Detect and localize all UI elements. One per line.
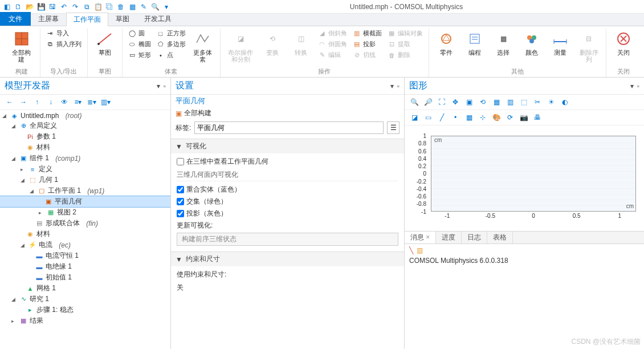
tree-view2[interactable]: ▸▦视图 2 xyxy=(0,207,170,218)
label-input[interactable] xyxy=(194,121,384,134)
tree-form-union[interactable]: ▤形成联合体 (fin) xyxy=(0,218,170,229)
zoom-sel-icon[interactable]: 🔍 xyxy=(150,2,160,11)
axes-icon[interactable]: ⊹ xyxy=(478,112,488,123)
tree-params[interactable]: Pi参数 1 xyxy=(0,131,170,142)
zoom-extents-icon[interactable]: ⛶ xyxy=(437,97,447,107)
bnd-sel-icon[interactable]: ▭ xyxy=(423,112,433,123)
polygon-button[interactable]: ⬠多边形 xyxy=(156,39,187,49)
save-icon[interactable]: 💾 xyxy=(36,2,46,11)
tree-current[interactable]: ◢⚡电流 (ec) xyxy=(0,240,170,250)
chk-coincident[interactable]: 重合实体（蓝色） xyxy=(177,185,398,194)
redo-icon[interactable]: ↷ xyxy=(71,2,80,11)
ellipse-button[interactable]: ⬭椭圆 xyxy=(127,39,152,49)
tab-messages[interactable]: 消息 × xyxy=(405,232,436,244)
zoom-in-icon[interactable]: 🔍 xyxy=(409,97,419,107)
pt-sel-icon[interactable]: • xyxy=(450,112,460,123)
graphics-canvas[interactable]: 1 0.8 0.6 0.4 0.2 0 -0.2 -0.4 -0.6 -0.8 … xyxy=(407,128,642,229)
delete-button[interactable]: 🗑删除 xyxy=(386,50,424,60)
graphics-menu-icon[interactable]: ▾ xyxy=(630,82,634,90)
pan-icon[interactable]: ✥ xyxy=(450,97,460,107)
undo-icon[interactable]: ↶ xyxy=(59,2,68,11)
tab-workplane[interactable]: 工作平面 xyxy=(66,13,108,26)
tree-plane-geom[interactable]: ▣平面几何 xyxy=(0,196,170,207)
parts-button[interactable]: 零件 xyxy=(434,29,459,57)
dup-icon[interactable]: ⿻ xyxy=(105,2,114,11)
lasso-icon[interactable]: ✎ xyxy=(139,2,148,11)
saveall-icon[interactable]: 🖫 xyxy=(48,2,57,11)
qat-dropdown-icon[interactable]: ▾ xyxy=(162,2,171,11)
section-constraints[interactable]: ▼约束和尺寸 xyxy=(171,252,404,266)
tree-wp[interactable]: ◢▢工作平面 1 (wp1) xyxy=(0,185,170,196)
edit-obj-button[interactable]: ▦编辑对象 xyxy=(386,29,424,38)
copy-icon[interactable]: ⧉ xyxy=(82,2,91,11)
insert-seq-button[interactable]: ⧉插入序列 xyxy=(45,39,83,49)
square-button[interactable]: □正方形 xyxy=(156,29,187,38)
view-xy-icon[interactable]: ▦ xyxy=(491,97,502,107)
more-prims-button[interactable]: 更多体素 xyxy=(190,29,215,64)
tree-ins[interactable]: ▬电绝缘 1 xyxy=(0,261,170,272)
sketch-button[interactable]: 草图 xyxy=(92,29,117,57)
delete-icon[interactable]: 🗑 xyxy=(116,2,125,11)
tree-materials2[interactable]: ◉材料 xyxy=(0,229,170,240)
update-vis-button[interactable]: 构建前序三维状态 xyxy=(177,233,398,246)
del-seq-button[interactable]: ⊟删除序列 xyxy=(576,29,601,64)
tree-root[interactable]: ◢◈Untitled.mph (root) xyxy=(0,111,170,120)
tree-geom[interactable]: ◢⬚几何 1 xyxy=(0,174,170,185)
graphics-detach-icon[interactable]: ▫ xyxy=(637,82,639,90)
chamfer-button[interactable]: ◢倒斜角 xyxy=(317,29,348,38)
view-more-icon[interactable]: ▥ xyxy=(505,97,515,107)
convert-button[interactable]: ◫转换 xyxy=(288,29,313,57)
tab-sketch[interactable]: 草图 xyxy=(108,12,137,26)
print-icon[interactable]: 🖶 xyxy=(532,112,543,123)
new-icon[interactable]: 🗋 xyxy=(14,2,23,11)
open-icon[interactable]: 📂 xyxy=(25,2,34,11)
tangent-button[interactable]: ⊘切线 xyxy=(352,50,383,60)
close-button[interactable]: 关闭 xyxy=(611,29,636,57)
rect-button[interactable]: ▭矩形 xyxy=(127,50,152,60)
import-button[interactable]: ⇥导入 xyxy=(45,29,83,38)
transparency-icon[interactable]: ◐ xyxy=(560,97,570,107)
circle-button[interactable]: ◯圆 xyxy=(127,29,152,38)
chk-intersect[interactable]: 交集（绿色） xyxy=(177,197,398,206)
msg-tool1-icon[interactable]: ╲ xyxy=(409,246,413,254)
build-all-button[interactable]: 全部构建 xyxy=(8,29,35,64)
paste-icon[interactable]: 📋 xyxy=(93,2,103,11)
edge-sel-icon[interactable]: ╱ xyxy=(437,112,447,123)
transform-button[interactable]: ⟲变换 xyxy=(260,29,285,57)
settings-build-all[interactable]: ▣全部构建 xyxy=(171,107,404,119)
select-mode-icon[interactable]: ⬚ xyxy=(519,97,529,107)
scene-light-icon[interactable]: ☀ xyxy=(546,97,556,107)
collapse-icon[interactable]: ≣▾ xyxy=(87,97,97,107)
tab-table[interactable]: 表格 xyxy=(487,232,513,244)
zoom-out-icon[interactable]: 🔎 xyxy=(423,97,433,107)
more-icon[interactable]: ▥▾ xyxy=(100,97,111,107)
panel-menu-icon[interactable]: ▾ xyxy=(157,82,160,90)
program-button[interactable]: 编程 xyxy=(462,29,487,57)
settings-detach-icon[interactable]: ▫ xyxy=(397,82,400,90)
tab-file[interactable]: 文件 xyxy=(0,12,31,26)
reset-icon[interactable]: ⟲ xyxy=(478,97,488,107)
refresh-icon[interactable]: ⟳ xyxy=(505,112,515,123)
tree-cc[interactable]: ▬电流守恒 1 xyxy=(0,250,170,261)
constraint-value[interactable]: 关 xyxy=(177,282,398,294)
camera-icon[interactable]: 📷 xyxy=(519,112,529,123)
tree-init[interactable]: ▬初始值 1 xyxy=(0,272,170,283)
tree-step[interactable]: ▸步骤 1: 稳态 xyxy=(0,305,170,315)
select-button[interactable]: ▦选择 xyxy=(491,29,516,57)
projection-button[interactable]: ▤投影 xyxy=(352,39,383,49)
boolean-button[interactable]: ◪布尔操作和分割 xyxy=(225,29,256,64)
tree-results[interactable]: ▸▦结果 xyxy=(0,315,170,326)
extract-button[interactable]: ⊡提取 xyxy=(386,39,424,49)
tree-materials1[interactable]: ◉材料 xyxy=(0,142,170,153)
color-button[interactable]: 颜色 xyxy=(519,29,544,57)
panel-detach-icon[interactable]: ▫ xyxy=(164,82,166,90)
msg-tool2-icon[interactable]: ▥ xyxy=(417,246,423,254)
tab-log[interactable]: 日志 xyxy=(462,232,487,244)
expand-icon[interactable]: ≡▾ xyxy=(73,97,83,107)
chk-view3d[interactable]: 在三维中查看工作平面几何 xyxy=(177,157,398,167)
nav-up-icon[interactable]: ↑ xyxy=(32,97,42,107)
tree-global[interactable]: ◢⊕全局定义 xyxy=(0,120,170,131)
nav-down-icon[interactable]: ↓ xyxy=(46,97,56,107)
nav-back-icon[interactable]: ← xyxy=(5,97,15,107)
clip-icon[interactable]: ✂ xyxy=(532,97,543,107)
